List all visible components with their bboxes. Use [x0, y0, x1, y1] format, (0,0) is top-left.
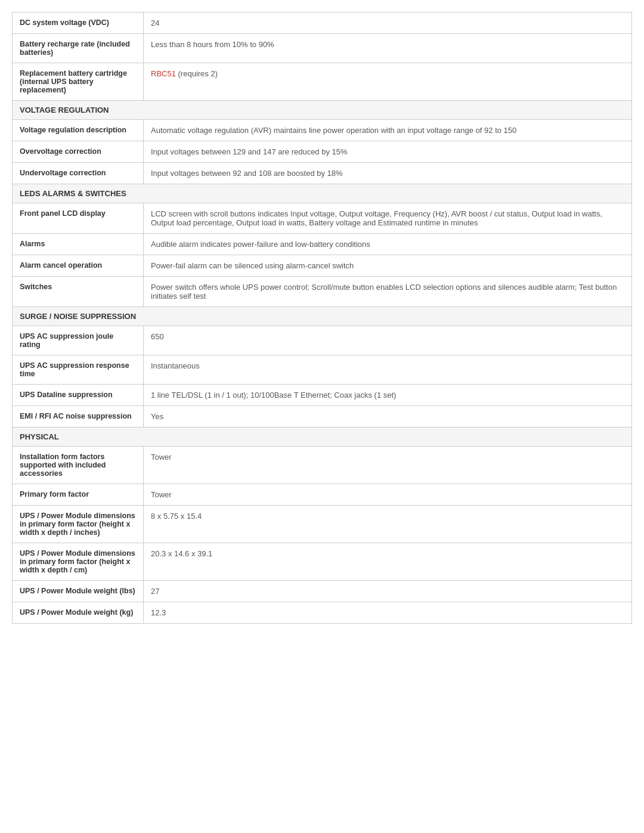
table-row: Overvoltage correctionInput voltages bet…	[13, 141, 632, 163]
row-value: RBC51 (requires 2)	[144, 63, 632, 101]
table-row: Alarm cancel operationPower-fail alarm c…	[13, 255, 632, 277]
row-value: 8 x 5.75 x 15.4	[144, 506, 632, 543]
row-value: Less than 8 hours from 10% to 90%	[144, 34, 632, 63]
row-label: Alarm cancel operation	[13, 255, 144, 277]
table-row: Primary form factorTower	[13, 484, 632, 506]
section-header-label: LEDS ALARMS & SWITCHES	[13, 184, 632, 203]
row-value: 12.3	[144, 602, 632, 624]
row-value: Tower	[144, 484, 632, 506]
row-label: Undervoltage correction	[13, 163, 144, 184]
row-value: Input voltages between 92 and 108 are bo…	[144, 163, 632, 184]
section-header: SURGE / NOISE SUPPRESSION	[13, 307, 632, 326]
table-row: Battery recharge rate (included batterie…	[13, 34, 632, 63]
row-value: 20.3 x 14.6 x 39.1	[144, 543, 632, 581]
row-label: EMI / RFI AC noise suppression	[13, 406, 144, 428]
table-row: UPS Dataline suppression1 line TEL/DSL (…	[13, 385, 632, 406]
spec-table: DC system voltage (VDC)24Battery recharg…	[12, 12, 632, 624]
section-header-label: VOLTAGE REGULATION	[13, 101, 632, 120]
row-value: Power switch offers whole UPS power cont…	[144, 277, 632, 307]
row-label: DC system voltage (VDC)	[13, 13, 144, 34]
row-label: Battery recharge rate (included batterie…	[13, 34, 144, 63]
table-row: AlarmsAudible alarm indicates power-fail…	[13, 234, 632, 255]
table-row: DC system voltage (VDC)24	[13, 13, 632, 34]
table-row: UPS / Power Module dimensions in primary…	[13, 543, 632, 581]
row-label: UPS / Power Module weight (kg)	[13, 602, 144, 624]
row-label: Voltage regulation description	[13, 120, 144, 141]
row-value: 24	[144, 13, 632, 34]
section-header: PHYSICAL	[13, 428, 632, 447]
row-value: LCD screen with scroll buttons indicates…	[144, 203, 632, 234]
row-value: 27	[144, 581, 632, 602]
section-header: LEDS ALARMS & SWITCHES	[13, 184, 632, 203]
section-header: VOLTAGE REGULATION	[13, 101, 632, 120]
table-row: Voltage regulation descriptionAutomatic …	[13, 120, 632, 141]
row-label: Replacement battery cartridge (internal …	[13, 63, 144, 101]
table-row: UPS / Power Module dimensions in primary…	[13, 506, 632, 543]
table-row: Installation form factors supported with…	[13, 447, 632, 484]
section-header-label: SURGE / NOISE SUPPRESSION	[13, 307, 632, 326]
row-value: Input voltages between 129 and 147 are r…	[144, 141, 632, 163]
row-value: Power-fail alarm can be silenced using a…	[144, 255, 632, 277]
table-row: UPS / Power Module weight (lbs)27	[13, 581, 632, 602]
row-label: Alarms	[13, 234, 144, 255]
table-row: UPS AC suppression joule rating650	[13, 326, 632, 355]
table-row: Replacement battery cartridge (internal …	[13, 63, 632, 101]
row-label: Primary form factor	[13, 484, 144, 506]
row-value: 650	[144, 326, 632, 355]
row-label: Front panel LCD display	[13, 203, 144, 234]
section-header-label: PHYSICAL	[13, 428, 632, 447]
row-label: UPS AC suppression joule rating	[13, 326, 144, 355]
row-label: UPS / Power Module dimensions in primary…	[13, 543, 144, 581]
row-value: Yes	[144, 406, 632, 428]
row-label: UPS Dataline suppression	[13, 385, 144, 406]
row-value: Automatic voltage regulation (AVR) maint…	[144, 120, 632, 141]
row-value: 1 line TEL/DSL (1 in / 1 out); 10/100Bas…	[144, 385, 632, 406]
table-row: Undervoltage correctionInput voltages be…	[13, 163, 632, 184]
table-row: Front panel LCD displayLCD screen with s…	[13, 203, 632, 234]
row-label: Switches	[13, 277, 144, 307]
table-row: EMI / RFI AC noise suppressionYes	[13, 406, 632, 428]
row-label: UPS AC suppression response time	[13, 355, 144, 385]
table-row: UPS AC suppression response timeInstanta…	[13, 355, 632, 385]
row-label: UPS / Power Module weight (lbs)	[13, 581, 144, 602]
row-value: Tower	[144, 447, 632, 484]
table-row: UPS / Power Module weight (kg)12.3	[13, 602, 632, 624]
row-label: UPS / Power Module dimensions in primary…	[13, 506, 144, 543]
row-label: Installation form factors supported with…	[13, 447, 144, 484]
row-value: Instantaneous	[144, 355, 632, 385]
row-label: Overvoltage correction	[13, 141, 144, 163]
row-link[interactable]: RBC51	[151, 69, 176, 78]
table-row: SwitchesPower switch offers whole UPS po…	[13, 277, 632, 307]
row-value: Audible alarm indicates power-failure an…	[144, 234, 632, 255]
